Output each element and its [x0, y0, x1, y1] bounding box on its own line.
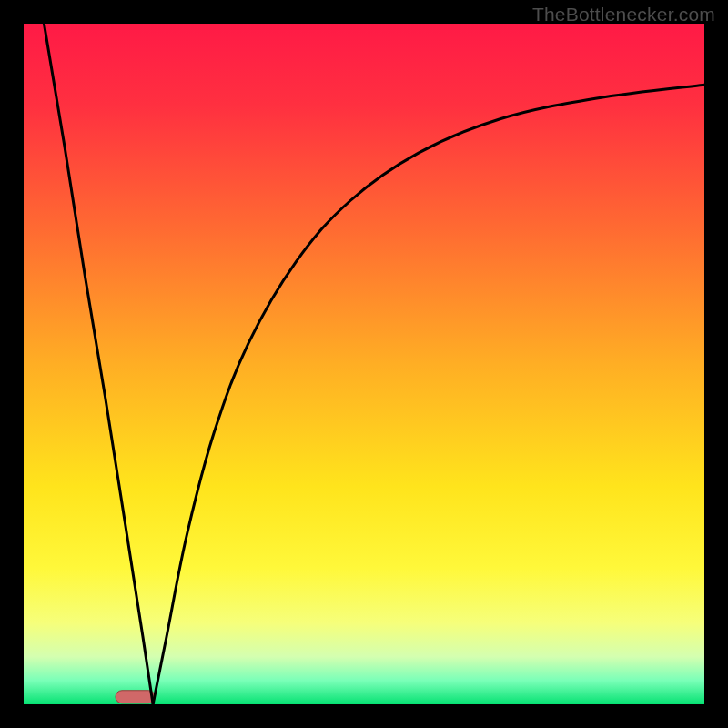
plot-area	[24, 24, 704, 704]
gradient-background	[24, 24, 704, 704]
optimum-marker	[116, 691, 155, 703]
watermark-text: TheBottlenecker.com	[532, 4, 715, 25]
chart-frame: TheBottlenecker.com	[0, 0, 728, 728]
chart-svg	[24, 24, 704, 704]
